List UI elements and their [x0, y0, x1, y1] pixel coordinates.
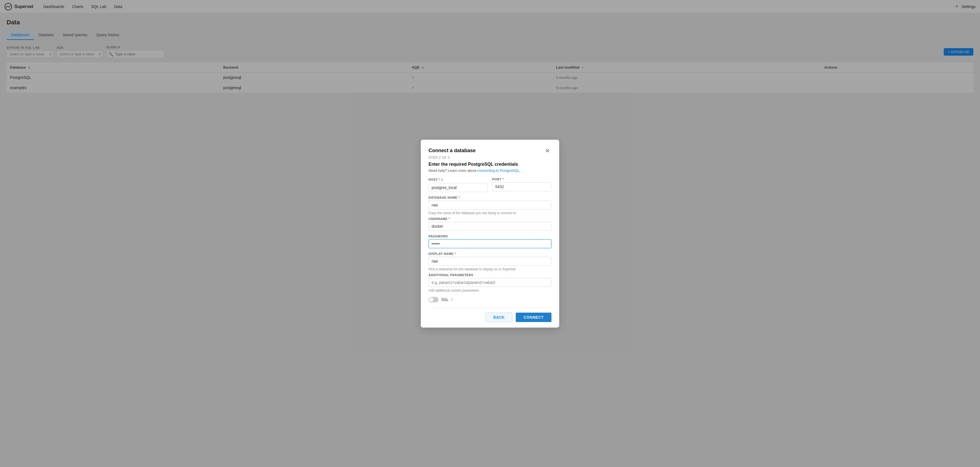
- username-required: *: [449, 217, 450, 221]
- database-name-label: DATABASE NAME *: [428, 196, 552, 199]
- connect-button[interactable]: CONNECT: [516, 313, 552, 322]
- host-group: HOST * ℹ: [428, 178, 488, 192]
- database-name-hint: Copy the name of the database you are tr…: [428, 211, 552, 215]
- modal-footer: BACK CONNECT: [428, 308, 552, 327]
- port-label: PORT *: [492, 178, 552, 181]
- username-group: USERNAME *: [428, 217, 552, 231]
- ssl-toggle[interactable]: [428, 297, 439, 302]
- host-info-icon[interactable]: ℹ: [441, 178, 443, 182]
- display-name-group: DISPLAY NAME *: [428, 252, 552, 265]
- modal-subtitle: Enter the required PostgreSQL credential…: [428, 162, 552, 167]
- host-port-row: HOST * ℹ PORT *: [428, 178, 552, 192]
- host-label: HOST * ℹ: [428, 178, 488, 182]
- ssl-label: SSL: [441, 297, 449, 302]
- display-name-hint: Pick a nickname for this database to dis…: [428, 267, 552, 271]
- database-name-required: *: [458, 196, 460, 199]
- ssl-row: SSL ℹ: [428, 297, 552, 302]
- host-input[interactable]: [428, 183, 488, 192]
- modal-step: STEP 2 OF 3: [428, 156, 552, 160]
- display-name-required: *: [455, 252, 456, 255]
- ssl-info-icon[interactable]: ℹ: [451, 297, 453, 302]
- database-name-group: DATABASE NAME *: [428, 196, 552, 210]
- additional-params-label: ADDITIONAL PARAMETERS: [428, 273, 552, 276]
- additional-params-input[interactable]: [428, 278, 552, 287]
- port-required: *: [503, 178, 504, 181]
- connect-database-modal: Connect a database ✕ STEP 2 OF 3 Enter t…: [421, 140, 559, 327]
- port-group: PORT *: [492, 178, 552, 192]
- ssl-toggle-knob: [429, 297, 434, 302]
- display-name-label: DISPLAY NAME *: [428, 252, 552, 255]
- modal-header: Connect a database ✕: [428, 148, 552, 154]
- password-label: PASSWORD: [428, 235, 552, 238]
- username-label: USERNAME *: [428, 217, 552, 221]
- modal-close-button[interactable]: ✕: [543, 148, 552, 154]
- modal-title: Connect a database: [428, 148, 476, 154]
- password-input[interactable]: [428, 239, 552, 248]
- modal-help-text: Need help? Learn more about connecting t…: [428, 168, 552, 173]
- additional-params-group: ADDITIONAL PARAMETERS: [428, 273, 552, 287]
- modal-help-link[interactable]: connecting to PostgreSQL.: [477, 168, 520, 173]
- additional-params-hint: Add additional custom parameters: [428, 289, 552, 292]
- display-name-input[interactable]: [428, 257, 552, 265]
- port-input[interactable]: [492, 182, 552, 191]
- password-group: PASSWORD: [428, 235, 552, 248]
- database-name-input[interactable]: [428, 200, 552, 210]
- username-input[interactable]: [428, 222, 552, 231]
- back-button[interactable]: BACK: [485, 313, 512, 322]
- host-required: *: [439, 178, 440, 181]
- modal-overlay: Connect a database ✕ STEP 2 OF 3 Enter t…: [0, 0, 980, 467]
